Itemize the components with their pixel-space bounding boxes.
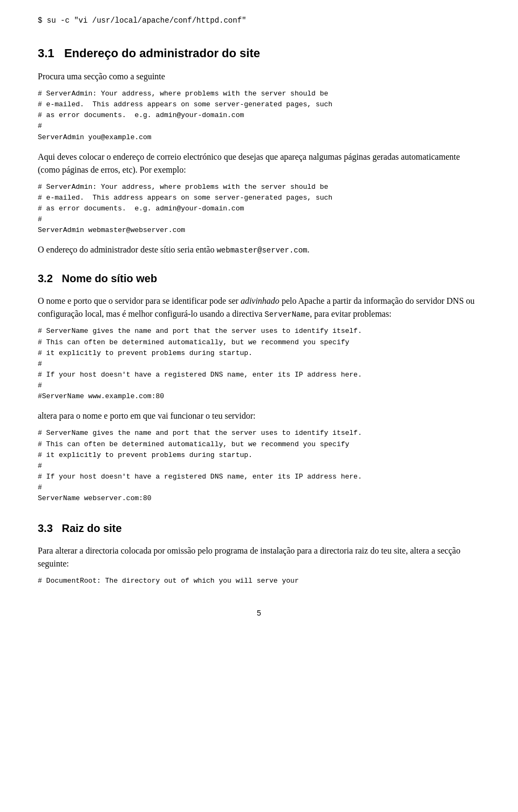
section-3-1-body1: Aqui deves colocar o endereço de correio… <box>38 151 480 176</box>
section-3-3-code1: # DocumentRoot: The directory out of whi… <box>38 576 480 586</box>
section-3-2-body2: altera para o nome e porto em que vai fu… <box>38 410 480 422</box>
section-3-3-title: 3.3 Raiz do site <box>38 522 122 535</box>
section-3-1-header: 3.1 Endereço do administrador do site <box>38 38 480 66</box>
section-3-2-body1: O nome e porto que o servidor para se id… <box>38 295 480 320</box>
section-3-1-title: 3.1 Endereço do administrador do site <box>38 46 260 60</box>
top-command: $ su -c "vi /usr/local/apache/conf/httpd… <box>38 16 480 25</box>
section-3-3-header: 3.3 Raiz do site <box>38 511 480 540</box>
section-3-1-code1: # ServerAdmin: Your address, where probl… <box>38 88 480 143</box>
section-3-2-code1: # ServerName gives the name and port tha… <box>38 326 480 402</box>
page-number: 5 <box>38 609 480 617</box>
section-3-1-conclusion: O endereço do administrador deste sítio … <box>38 243 480 256</box>
section-3-2-code2: # ServerName gives the name and port tha… <box>38 428 480 504</box>
section-3-1-intro: Procura uma secção como a seguinte <box>38 70 480 83</box>
section-3-1-code2: # ServerAdmin: Your address, where probl… <box>38 182 480 236</box>
section-3-2-title: 3.2 Nome do sítio web <box>38 272 157 285</box>
section-3-3-body1: Para alterar a directoria colocada por o… <box>38 544 480 570</box>
section-3-2-header: 3.2 Nome do sítio web <box>38 262 480 290</box>
page-content: $ su -c "vi /usr/local/apache/conf/httpd… <box>27 0 491 650</box>
